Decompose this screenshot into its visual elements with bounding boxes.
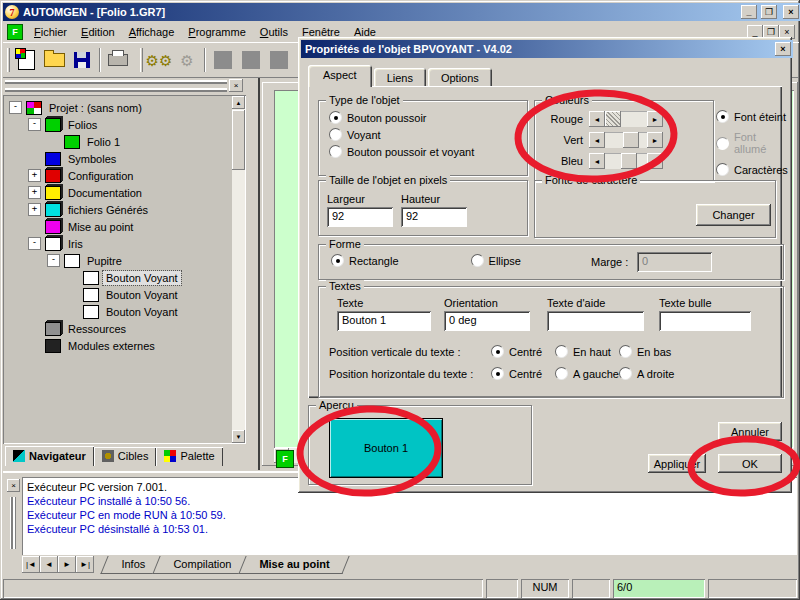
changer-button[interactable]: Changer [696, 204, 771, 226]
text-input-orientation[interactable]: 0 deg [444, 311, 530, 331]
open-button[interactable] [40, 47, 68, 74]
prev-page-icon[interactable]: ◄ [40, 556, 58, 573]
color-slider-bleu[interactable]: ◄► [589, 153, 663, 169]
menu-item-programme[interactable]: Programme [181, 23, 252, 42]
marge-input[interactable]: 0 [637, 252, 712, 272]
menu-item-affichage[interactable]: Affichage [122, 23, 182, 42]
tree-expander[interactable]: + [28, 203, 41, 216]
tree-expander[interactable]: - [9, 101, 22, 114]
radio-en-haut[interactable]: En haut [555, 345, 619, 358]
tree-item-ressources-13[interactable]: Ressources [7, 320, 246, 337]
radio-caracteres[interactable]: Caractères [716, 163, 788, 176]
slider-right-arrow-icon[interactable]: ► [647, 153, 663, 169]
slider-track[interactable] [605, 111, 647, 127]
radio-voyant[interactable]: Voyant [329, 128, 527, 141]
toolbar-button-disabled-1[interactable] [209, 47, 237, 74]
radio-bouton-poussoir-et-voyant[interactable]: Bouton poussoir et voyant [329, 145, 527, 158]
radio-rectangle[interactable]: Rectangle [331, 254, 399, 267]
minimize-button[interactable]: _ [741, 5, 757, 19]
tree-expander[interactable]: - [28, 118, 41, 131]
tab-liens[interactable]: Liens [374, 68, 426, 87]
text-input-texte-d-aide[interactable] [547, 311, 644, 331]
menu-item-outils[interactable]: Outils [253, 23, 295, 42]
panel-rebar[interactable] [5, 80, 227, 92]
slider-left-arrow-icon[interactable]: ◄ [589, 153, 605, 169]
tree-item-projet-sans-nom-0[interactable]: -Projet : (sans nom) [7, 99, 246, 116]
text-input-texte[interactable]: Bouton 1 [337, 311, 431, 331]
annuler-button[interactable]: Annuler [718, 422, 782, 441]
ok-button[interactable]: OK [718, 454, 782, 473]
scroll-thumb[interactable] [232, 110, 245, 170]
menu-item-edition[interactable]: Edition [74, 23, 122, 42]
radio-font-eteint[interactable]: Font éteint [716, 110, 788, 123]
size-input-largeur[interactable]: 92 [327, 207, 393, 227]
color-slider-rouge[interactable]: ◄► [589, 111, 663, 127]
first-page-icon[interactable]: |◄ [22, 556, 40, 573]
menu-item-fichier[interactable]: Fichier [27, 23, 74, 42]
tree-expander[interactable]: - [47, 254, 60, 267]
tree-item-bouton-voyant-10[interactable]: Bouton Voyant [7, 269, 246, 286]
stop-gears-button[interactable]: ⚙ [173, 47, 201, 74]
text-input-texte-bulle[interactable] [659, 311, 751, 331]
tree-item-modules-externes-14[interactable]: Modules externes [7, 337, 246, 354]
close-button[interactable]: × [783, 5, 799, 19]
color-slider-vert[interactable]: ◄► [589, 132, 663, 148]
save-button[interactable] [68, 47, 96, 74]
slider-track[interactable] [605, 132, 647, 148]
console-tab-mise-au-point[interactable]: Mise au point [238, 556, 350, 574]
dialog-close-icon[interactable]: × [775, 42, 791, 56]
slider-left-arrow-icon[interactable]: ◄ [589, 132, 605, 148]
console-grip[interactable] [10, 497, 16, 549]
restore-button[interactable]: ❐ [761, 5, 777, 19]
panel-tab-palette[interactable]: Palette [156, 447, 222, 466]
radio-centre[interactable]: Centré [491, 345, 555, 358]
console-close-button[interactable]: × [7, 479, 20, 492]
size-input-hauteur[interactable]: 92 [401, 207, 467, 227]
tree-item-bouton-voyant-12[interactable]: Bouton Voyant [7, 303, 246, 320]
tree-item-configuration-4[interactable]: +Configuration [7, 167, 246, 184]
toolbar-button-disabled-3[interactable] [265, 47, 293, 74]
toolbar-button-disabled-2[interactable] [237, 47, 265, 74]
tab-options[interactable]: Options [428, 68, 492, 87]
tree-expander[interactable]: + [28, 169, 41, 182]
slider-thumb[interactable] [605, 111, 621, 127]
radio-bouton-poussoir[interactable]: Bouton poussoir [329, 111, 527, 124]
toolbar-grip-2[interactable] [140, 48, 143, 72]
tree-scrollbar[interactable]: ▲ ▼ [232, 96, 245, 443]
folio-doc-icon[interactable]: F [7, 24, 23, 40]
panel-close-button[interactable]: × [229, 79, 243, 92]
folio-tab-icon[interactable]: F [276, 450, 294, 468]
tab-aspect[interactable]: Aspect [308, 65, 372, 87]
tree-item-mise-au-point-7[interactable]: Mise au point [7, 218, 246, 235]
radio-a-gauche[interactable]: A gauche [555, 367, 619, 380]
slider-thumb[interactable] [621, 153, 637, 169]
radio-en-bas[interactable]: En bas [619, 345, 683, 358]
tree-item-folio-1-2[interactable]: Folio 1 [7, 133, 246, 150]
panel-tab-cibles[interactable]: Cibles [94, 447, 157, 466]
preview-bouton-voyant[interactable]: Bouton 1 [329, 418, 443, 478]
tree-item-symboles-3[interactable]: Symboles [7, 150, 246, 167]
radio-a-droite[interactable]: A droite [619, 367, 683, 380]
last-page-icon[interactable]: ►| [76, 556, 94, 573]
appliquer-button[interactable]: Appliquer [648, 454, 706, 473]
tree-item-pupitre-9[interactable]: -Pupitre [7, 252, 246, 269]
slider-thumb[interactable] [623, 132, 639, 148]
tree-item-fichiers-generes-6[interactable]: +fichiers Générés [7, 201, 246, 218]
radio-ellipse[interactable]: Ellipse [471, 254, 521, 267]
new-button[interactable] [12, 47, 40, 74]
scroll-down-icon[interactable]: ▼ [232, 430, 245, 443]
tree-item-bouton-voyant-11[interactable]: Bouton Voyant [7, 286, 246, 303]
radio-centre[interactable]: Centré [491, 367, 555, 380]
slider-right-arrow-icon[interactable]: ► [647, 132, 663, 148]
next-page-icon[interactable]: ► [58, 556, 76, 573]
tree-item-documentation-5[interactable]: +Documentation [7, 184, 246, 201]
slider-track[interactable] [605, 153, 647, 169]
run-gears-button[interactable]: ⚙⚙ [145, 47, 173, 74]
tree-item-iris-8[interactable]: -Iris [7, 235, 246, 252]
scroll-up-icon[interactable]: ▲ [232, 96, 245, 109]
print-button[interactable] [104, 47, 132, 74]
radio-font-allume[interactable]: Font allumé [716, 131, 788, 155]
tree-item-folios-1[interactable]: -Folios [7, 116, 246, 133]
console-tab-compilation[interactable]: Compilation [152, 556, 251, 574]
toolbar-grip[interactable] [7, 48, 10, 72]
